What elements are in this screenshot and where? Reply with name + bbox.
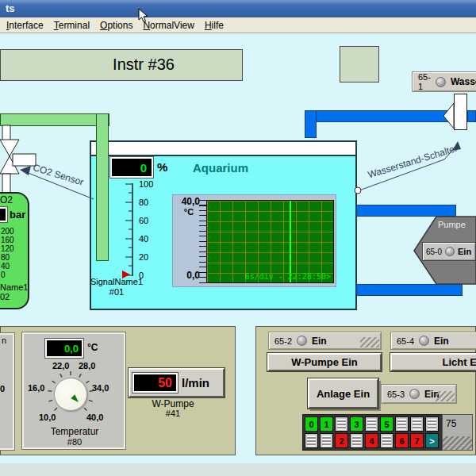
bottle-scale-label: 80 xyxy=(1,253,10,262)
io-column-6: 6 xyxy=(395,416,409,448)
chart-yunit-label: °C xyxy=(179,207,198,217)
io-button-0-bottom[interactable] xyxy=(305,433,318,448)
temperatur-label: Temperatur xyxy=(22,426,127,437)
water-pipe-inlet xyxy=(305,110,317,138)
valve-65-1-id: 65-1 xyxy=(418,72,431,91)
level-scale-label: 80 xyxy=(139,198,159,207)
chart-plot-area: 6s/div - 22:28:50> xyxy=(206,200,334,283)
instrument-title: Instr #36 xyxy=(113,56,175,73)
bottle-scale-label: 160 xyxy=(1,236,14,244)
menu-item-interface[interactable]: Interface xyxy=(6,20,44,31)
wasserstand-annotation: Wasserstand-Schalter xyxy=(367,143,459,181)
led-65-4-button[interactable]: 65-4 Ein xyxy=(390,332,476,350)
io-button-2-bottom[interactable]: 2 xyxy=(335,433,348,448)
led-indicator-icon xyxy=(297,336,307,346)
partial-panel-text: n xyxy=(2,336,6,345)
io-button-8-bottom[interactable]: > xyxy=(425,433,439,448)
led-65-2-button[interactable]: 65-2 Ein xyxy=(268,332,382,350)
pump-65-0-id: 65-0 xyxy=(426,248,442,256)
io-column-4: 4 xyxy=(365,416,378,448)
menu-bar: Interface Terminal Options NormalView Hi… xyxy=(0,17,476,33)
wpumpe-id: #41 xyxy=(141,409,205,418)
knob-scale-label: 22,0 xyxy=(52,361,69,370)
led-indicator-icon xyxy=(419,336,429,346)
level-signal-id: #01 xyxy=(87,287,146,297)
tank-top-band xyxy=(91,142,355,156)
io-button-0-top[interactable]: 0 xyxy=(305,416,318,432)
co2-valve-handle xyxy=(13,154,36,166)
menu-item-normalview[interactable]: NormalView xyxy=(143,20,194,31)
co2-pressure-unit: bar xyxy=(10,209,25,221)
chart-ymax-label: 40,0 xyxy=(176,196,200,207)
menu-item-options[interactable]: Options xyxy=(100,20,132,31)
menu-item-terminal[interactable]: Terminal xyxy=(54,20,90,31)
chart-time-cursor xyxy=(290,201,291,282)
temperatur-knob[interactable] xyxy=(54,378,87,411)
application-window: ts Interface Terminal Options NormalView… xyxy=(0,0,476,476)
level-signal-name: SignalName1 xyxy=(87,277,146,286)
knob-scale-label: 28,0 xyxy=(79,361,95,370)
temperatur-panel: 0,0 °C 22,0 28,0 16,0 34,0 10,0 40,0 Tem… xyxy=(21,332,126,450)
io-button-6-bottom[interactable]: 6 xyxy=(395,433,409,448)
io-column-2: 2 xyxy=(335,416,348,448)
menu-item-hilfe[interactable]: Hilfe xyxy=(205,20,224,31)
led-indicator-icon xyxy=(436,77,446,87)
io-button-1-bottom[interactable] xyxy=(320,433,333,448)
io-button-1-top[interactable]: 1 xyxy=(320,416,333,432)
io-button-4-bottom[interactable]: 4 xyxy=(365,433,378,448)
io-button-5-top[interactable]: 5 xyxy=(380,416,393,432)
temperatur-display: 0,0 xyxy=(45,339,83,358)
knob-scale-label: 34,0 xyxy=(92,383,109,393)
chart-yaxis-ticks xyxy=(199,200,206,283)
wpumpe-label: W-Pumpe xyxy=(141,398,205,409)
digital-io-panel: 0 1 2 3 4 5 6 7 xyxy=(302,414,443,451)
window-title: ts xyxy=(6,2,15,14)
partial-instrument-panel: n ,0 xyxy=(0,332,15,451)
io-button-3-top[interactable]: 3 xyxy=(350,416,363,432)
level-scale-label: 100 xyxy=(139,179,159,189)
pump-65-0-button[interactable]: 65-0 Ein xyxy=(422,242,476,261)
co2-valve-stem-bottom xyxy=(2,174,10,194)
io-button-4-top[interactable] xyxy=(365,416,378,432)
led-65-4-state: Ein xyxy=(434,336,449,347)
water-pipe-stub xyxy=(467,110,476,122)
co2-pipe-horizontal xyxy=(0,113,109,126)
menu-label: nterface xyxy=(9,20,43,31)
menu-accel: H xyxy=(205,20,212,31)
bottle-signal-id: 02 xyxy=(0,292,10,301)
led-65-4-id: 65-4 xyxy=(397,336,414,346)
io-button-3-bottom[interactable] xyxy=(350,433,363,448)
water-valve-body xyxy=(454,94,467,130)
bottom-strip xyxy=(0,463,476,476)
temperatur-unit: °C xyxy=(87,342,98,353)
chart-ymin-label: 0,0 xyxy=(178,270,200,281)
water-pipe-top xyxy=(316,110,454,122)
led-65-2-id: 65-2 xyxy=(274,336,292,346)
co2-valve-body-top xyxy=(0,140,19,156)
io-button-5-bottom[interactable] xyxy=(380,433,393,448)
menu-label: erminal xyxy=(59,20,90,31)
led-65-3-button[interactable]: 65-3 Ein xyxy=(381,384,457,404)
menu-accel: O xyxy=(100,20,107,31)
io-button-7-bottom[interactable]: 7 xyxy=(410,433,424,448)
licht-ein-button[interactable]: Licht Ein xyxy=(390,353,476,371)
io-button-6-top[interactable] xyxy=(395,416,409,432)
pump-pipe-top xyxy=(356,205,456,217)
mouse-cursor xyxy=(138,8,149,24)
led-65-3-id: 65-3 xyxy=(387,390,405,399)
io-button-7-top[interactable] xyxy=(410,416,424,432)
chart-timebase-label: 6s/div - 22:28:50> xyxy=(245,272,331,281)
valve-65-1-button[interactable]: 65-1 Wasse xyxy=(412,71,476,92)
wpumpe-ein-button[interactable]: W-Pumpe Ein xyxy=(267,353,382,371)
io-button-8-top[interactable] xyxy=(425,416,439,432)
trend-chart-frame: 40,0 °C 0,0 6s/div - 22:28:50> xyxy=(172,194,336,287)
level-scale-label: 40 xyxy=(139,234,159,244)
anlage-ein-button[interactable]: Anlage Ein xyxy=(308,378,378,409)
pump-65-0-state: Ein xyxy=(458,247,471,256)
io-column-7: 7 xyxy=(410,416,424,448)
io-button-2-top[interactable] xyxy=(335,416,348,432)
banner-fragment xyxy=(340,46,379,83)
menu-label: ilfe xyxy=(212,20,224,31)
level-scale-label: 20 xyxy=(139,252,159,262)
level-display: 0 xyxy=(110,157,153,178)
